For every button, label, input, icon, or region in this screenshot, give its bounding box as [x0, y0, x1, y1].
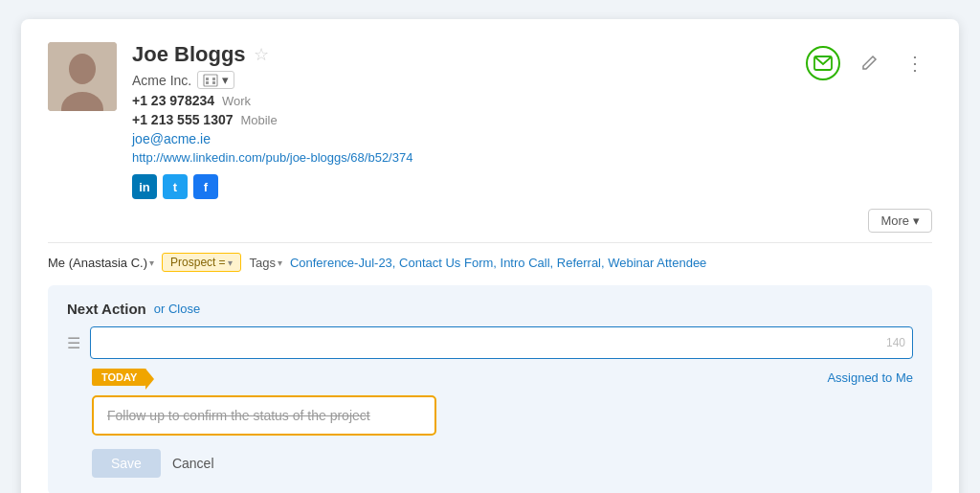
action-buttons: Save Cancel: [92, 449, 913, 478]
save-button[interactable]: Save: [92, 449, 161, 478]
next-action-title: Next Action: [67, 301, 146, 317]
next-action-header: Next Action or Close: [67, 301, 913, 317]
header-actions: ⋮: [806, 42, 932, 80]
meta-bar: More ▾: [48, 209, 932, 233]
favorite-icon[interactable]: ☆: [254, 44, 269, 65]
contact-card: Joe Bloggs ☆ Acme Inc. ▾: [21, 19, 959, 493]
more-button[interactable]: More ▾: [868, 209, 932, 233]
today-row: TODAY Assigned to Me: [92, 369, 913, 386]
cancel-button[interactable]: Cancel: [172, 456, 214, 471]
assigned-to-label: Me (Anastasia C.): [48, 256, 147, 270]
company-row: Acme Inc. ▾: [132, 71, 412, 89]
linkedin-icon[interactable]: in: [132, 174, 157, 199]
action-input-wrap: 140: [90, 326, 913, 359]
list-icon[interactable]: ☰: [67, 334, 80, 352]
phone-mobile-row: +1 213 555 1307 Mobile: [132, 112, 412, 127]
email-action-icon[interactable]: [806, 46, 840, 80]
today-badge: TODAY: [92, 369, 146, 386]
assigned-to-dropdown[interactable]: Me (Anastasia C.) ▾: [48, 256, 154, 270]
overdue-task-box[interactable]: Follow up to confirm the status of the p…: [92, 395, 436, 436]
phone-mobile: +1 213 555 1307: [132, 112, 234, 127]
prospect-equals: =: [218, 256, 225, 269]
facebook-icon[interactable]: f: [193, 174, 218, 199]
overdue-task-text: Follow up to confirm the status of the p…: [107, 408, 370, 423]
next-action-section: Next Action or Close ☰ 140 TODAY Assigne…: [48, 285, 932, 493]
input-row: ☰ 140: [67, 326, 913, 359]
linkedin-url-link[interactable]: http://www.linkedin.com/pub/joe-bloggs/6…: [132, 150, 412, 165]
email-link[interactable]: joe@acme.ie: [132, 131, 412, 146]
assigned-me: Assigned to Me: [827, 370, 913, 385]
header: Joe Bloggs ☆ Acme Inc. ▾: [48, 42, 932, 199]
or-close-link[interactable]: or Close: [154, 302, 200, 316]
social-row: in t f: [132, 174, 412, 199]
company-dropdown-icon: ▾: [222, 73, 229, 87]
tags-label[interactable]: Tags ▾: [249, 256, 281, 270]
more-chevron-icon: ▾: [913, 213, 920, 228]
tags-text: Tags: [249, 256, 275, 270]
phone-work: +1 23 978234: [132, 93, 214, 108]
prospect-tag[interactable]: Prospect = ▾: [162, 253, 241, 272]
phone-work-row: +1 23 978234 Work: [132, 93, 412, 108]
phone-work-type: Work: [222, 94, 251, 108]
tag-chips: Conference-Jul-23, Contact Us Form, Intr…: [290, 256, 706, 270]
more-dots-icon[interactable]: ⋮: [898, 46, 932, 80]
next-action-input[interactable]: [90, 326, 913, 359]
assigned-chevron-icon: ▾: [149, 258, 154, 268]
edit-icon[interactable]: [852, 46, 886, 80]
avatar: [48, 42, 117, 111]
contact-name: Joe Bloggs: [132, 42, 246, 67]
company-badge[interactable]: ▾: [197, 71, 234, 89]
prospect-label: Prospect: [170, 256, 215, 269]
company-name: Acme Inc.: [132, 73, 191, 88]
header-left: Joe Bloggs ☆ Acme Inc. ▾: [48, 42, 412, 199]
twitter-icon[interactable]: t: [163, 174, 188, 199]
contact-info: Joe Bloggs ☆ Acme Inc. ▾: [132, 42, 412, 199]
svg-rect-4: [206, 78, 209, 80]
assigned-me-label: Assigned to: [827, 370, 892, 385]
svg-rect-5: [212, 78, 215, 80]
name-row: Joe Bloggs ☆: [132, 42, 412, 67]
tags-row: Me (Anastasia C.) ▾ Prospect = ▾ Tags ▾ …: [48, 242, 932, 272]
assigned-me-link[interactable]: Me: [896, 370, 913, 385]
svg-rect-6: [206, 81, 209, 84]
more-label: More: [880, 213, 909, 228]
tags-chevron-icon: ▾: [278, 258, 282, 268]
phone-mobile-type: Mobile: [240, 113, 277, 127]
char-count: 140: [886, 336, 905, 349]
prospect-chevron-icon: ▾: [228, 258, 233, 268]
svg-rect-7: [212, 81, 215, 84]
svg-point-1: [69, 54, 96, 84]
